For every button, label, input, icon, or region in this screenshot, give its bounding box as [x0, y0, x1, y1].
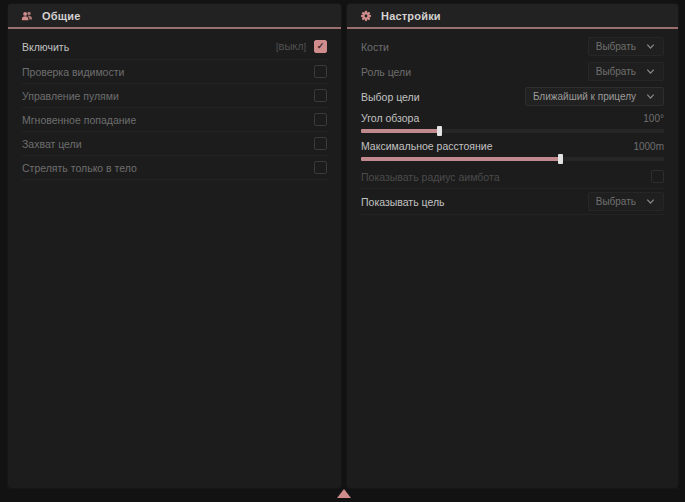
slider-fill: [361, 157, 561, 161]
slider[interactable]: [361, 129, 664, 133]
slider-row: Максимальное расстояние1000m: [361, 137, 664, 165]
panel-general-body: Включить[ВЫКЛ]✓Проверка видимостиУправле…: [8, 29, 341, 488]
toggle-row[interactable]: Проверка видимости: [22, 60, 327, 84]
dropdown-value: Ближайший к прицелу: [533, 91, 636, 102]
dropdown[interactable]: Выбрать: [588, 192, 664, 211]
setting-row: КостиВыбрать: [361, 34, 664, 59]
toggle-row[interactable]: Стрелять только в тело: [22, 156, 327, 180]
toggle-label: Проверка видимости: [22, 66, 124, 78]
setting-row: Выбор целиБлижайший к прицелу: [361, 84, 664, 109]
slider-value: 100°: [643, 113, 664, 124]
slider-fill: [361, 129, 440, 133]
slider-thumb[interactable]: [437, 126, 442, 136]
users-icon: [20, 9, 34, 23]
slider[interactable]: [361, 157, 664, 161]
setting-label: Выбор цели: [361, 91, 420, 103]
setting-label: Угол обзора: [361, 112, 419, 124]
slider-thumb[interactable]: [558, 154, 563, 164]
toggle-row[interactable]: Захват цели: [22, 132, 327, 156]
setting-row: Роль целиВыбрать: [361, 59, 664, 84]
toggle-row[interactable]: Мгновенное попадание: [22, 108, 327, 132]
toggle-state-text: [ВЫКЛ]: [276, 42, 306, 52]
checkbox[interactable]: [314, 161, 327, 174]
slider-value: 1000m: [633, 141, 664, 152]
chevron-down-icon: [645, 91, 656, 102]
chevron-down-icon: [645, 41, 656, 52]
toggle-label: Управление пулями: [22, 90, 119, 102]
toggle-label: Мгновенное попадание: [22, 114, 136, 126]
panel-general: Общие Включить[ВЫКЛ]✓Проверка видимостиУ…: [8, 4, 341, 488]
toggle-label: Стрелять только в тело: [22, 162, 137, 174]
dropdown-value: Выбрать: [596, 66, 636, 77]
gear-icon: [359, 9, 373, 23]
toggle-row[interactable]: Показывать радиус аимбота: [361, 165, 664, 189]
toggle-row[interactable]: Управление пулями: [22, 84, 327, 108]
chevron-down-icon: [645, 196, 656, 207]
dropdown-value: Выбрать: [596, 41, 636, 52]
panel-settings-title: Настройки: [381, 10, 441, 22]
dropdown-value: Выбрать: [596, 196, 636, 207]
dropdown[interactable]: Ближайший к прицелу: [525, 87, 664, 106]
panel-settings-header: Настройки: [347, 4, 678, 29]
toggle-label: Показывать радиус аимбота: [361, 171, 500, 183]
setting-label: Показывать цель: [361, 196, 445, 208]
setting-label: Роль цели: [361, 66, 411, 78]
panel-general-title: Общие: [42, 10, 81, 22]
dropdown[interactable]: Выбрать: [588, 62, 664, 81]
panel-settings-body: КостиВыбратьРоль целиВыбратьВыбор целиБл…: [347, 29, 678, 488]
setting-row: Показывать цельВыбрать: [361, 189, 664, 215]
slider-row: Угол обзора100°: [361, 109, 664, 137]
toggle-label: Включить: [22, 41, 69, 53]
checkbox[interactable]: [314, 65, 327, 78]
scroll-up-indicator-icon[interactable]: [337, 489, 351, 498]
checkbox[interactable]: [314, 89, 327, 102]
panel-general-header: Общие: [8, 4, 341, 29]
setting-label: Кости: [361, 41, 389, 53]
checkbox[interactable]: ✓: [314, 40, 327, 53]
checkbox[interactable]: [651, 170, 664, 183]
setting-label: Максимальное расстояние: [361, 140, 492, 152]
checkbox[interactable]: [314, 137, 327, 150]
toggle-row[interactable]: Включить[ВЫКЛ]✓: [22, 34, 327, 60]
panel-settings: Настройки КостиВыбратьРоль целиВыбратьВы…: [347, 4, 678, 488]
checkbox[interactable]: [314, 113, 327, 126]
chevron-down-icon: [645, 66, 656, 77]
dropdown[interactable]: Выбрать: [588, 37, 664, 56]
toggle-label: Захват цели: [22, 138, 82, 150]
